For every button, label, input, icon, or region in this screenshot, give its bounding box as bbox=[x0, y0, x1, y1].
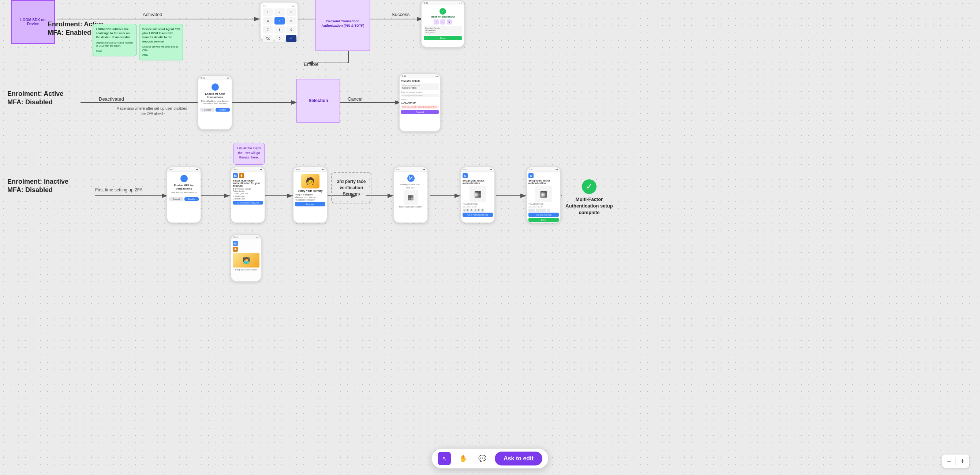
transfer-details-screen: 9:41●● Transfer Details Linda Transferin… bbox=[399, 73, 441, 132]
setup-mfa-screen: 9:41●● M ✱ Setup Multi-factor authentica… bbox=[231, 167, 265, 223]
zoom-controls: − + bbox=[942, 454, 969, 468]
zoom-in-button[interactable]: + bbox=[956, 454, 969, 468]
ask-to-edit-button[interactable]: Ask to edit bbox=[495, 451, 542, 465]
enable-mfa-screen-row2: 9:41●● i Enable MFA for transactions Thi… bbox=[197, 75, 232, 130]
enable-mfa-screen-row3: 9:41●● i Enable MFA for transactions Thi… bbox=[167, 167, 201, 223]
selection-label: Selection bbox=[296, 79, 340, 122]
activated-label: Activated bbox=[143, 12, 162, 17]
keypad-mockup: 9:41●●● 1 2 3 4 5 6 7 8 9 ⌫ 0 ✓ bbox=[260, 2, 298, 40]
row3-label: Enrolment: Inactive MFA: Disabled bbox=[7, 178, 68, 195]
backend-label: Backend Transaction Authorization (PIN &… bbox=[315, 0, 370, 51]
mfa-setup-screen-3: 9:41●● C Setup Multi-factor authenticati… bbox=[526, 167, 561, 223]
row2-label: Enrolment: Active MFA: Disabled bbox=[7, 90, 63, 107]
green-box-1: LOOM SDK initiates the challenge to the … bbox=[92, 24, 137, 56]
scenario-note: A scenario where after set-up user disab… bbox=[115, 106, 188, 116]
success-label: Success bbox=[391, 12, 409, 17]
green-box-2: Device will send Agent PIN plus LOOM tok… bbox=[139, 24, 183, 60]
hand-tool[interactable]: ✋ bbox=[457, 452, 470, 465]
verify-identity-screen: 9:41●● 🧑 Verify Your Identity • Step is … bbox=[293, 167, 328, 223]
canvas-background bbox=[0, 0, 980, 475]
comment-tool[interactable]: 💬 bbox=[476, 452, 489, 465]
mfa-setup-screen-1: 9:41●● M Waiting for your scan... Step 2… bbox=[393, 167, 428, 223]
cancel-label: Cancel bbox=[348, 96, 362, 102]
third-party-verification: 3rd party face verification Screens bbox=[331, 172, 371, 203]
extra-setup-screen: 9:41●● M ✱ 🧑‍💻 Setup your authenticator bbox=[231, 234, 262, 282]
mfa-complete-container: ✓ Multi-Factor Authentication setup comp… bbox=[565, 180, 613, 216]
deactivated-label: Deactivated bbox=[99, 96, 124, 102]
steps-note-box: List all the steps the user will go thro… bbox=[234, 143, 264, 165]
zoom-out-button[interactable]: − bbox=[942, 454, 956, 468]
cursor-tool[interactable]: ↖ bbox=[438, 452, 451, 465]
transfer-success-screen: 9:41●● ✓ Transfer Successful ↑ ↓ ⊙ Trans… bbox=[421, 0, 465, 48]
enable-label: Enable bbox=[304, 62, 318, 67]
selection-diamond: Selection bbox=[287, 70, 350, 132]
mfa-setup-screen-2: 9:41●● C Setup Multi-factor authenticati… bbox=[460, 167, 495, 223]
first-time-label: First time setting up 2FA bbox=[95, 187, 142, 192]
bottom-toolbar: ↖ ✋ 💬 Ask to edit bbox=[432, 449, 548, 469]
